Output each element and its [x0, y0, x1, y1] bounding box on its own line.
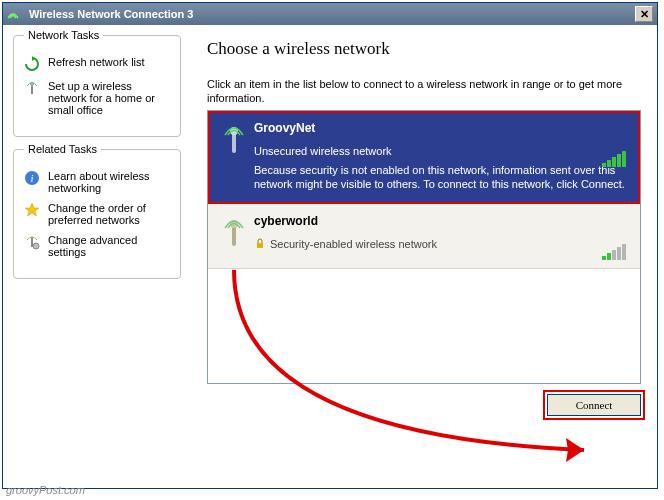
group-legend: Network Tasks: [24, 29, 103, 41]
network-desc: Because security is not enabled on this …: [254, 163, 628, 193]
network-list: GroovyNet Unsecured wireless network Bec…: [207, 110, 641, 384]
info-icon: i: [22, 170, 42, 186]
network-name: cyberworld: [254, 214, 628, 228]
task-label: Change the order of preferred networks: [48, 202, 172, 226]
network-type: Security-enabled wireless network: [254, 238, 628, 250]
task-label: Change advanced settings: [48, 234, 172, 258]
svg-rect-10: [257, 243, 263, 248]
svg-text:i: i: [30, 172, 33, 184]
signal-strength-icon: [602, 244, 626, 260]
task-change-order[interactable]: Change the order of preferred networks: [22, 202, 172, 226]
star-icon: [22, 202, 42, 218]
close-button[interactable]: ✕: [635, 6, 653, 22]
task-advanced[interactable]: Change advanced settings: [22, 234, 172, 258]
signal-strength-icon: [602, 151, 626, 167]
group-legend: Related Tasks: [24, 143, 101, 155]
svg-point-5: [33, 243, 39, 249]
refresh-icon: [22, 56, 42, 72]
watermark: groovyPost.com: [6, 484, 85, 496]
connect-button[interactable]: Connect: [547, 394, 641, 416]
antenna-icon: [220, 214, 254, 248]
wifi-icon: [7, 8, 23, 20]
settings-icon: [22, 234, 42, 250]
instruction-text: Click an item in the list below to conne…: [207, 77, 641, 106]
related-tasks-group: Related Tasks i Learn about wireless net…: [13, 149, 181, 279]
network-item-selected[interactable]: GroovyNet Unsecured wireless network Bec…: [208, 111, 640, 205]
window-body: Network Tasks Refresh network list Set u…: [3, 25, 657, 488]
network-tasks-group: Network Tasks Refresh network list Set u…: [13, 35, 181, 137]
page-heading: Choose a wireless network: [207, 39, 641, 59]
button-bar: Connect: [207, 384, 641, 416]
network-type: Unsecured wireless network: [254, 145, 628, 157]
task-setup-network[interactable]: Set up a wireless network for a home or …: [22, 80, 172, 116]
window-title: Wireless Network Connection 3: [29, 8, 635, 20]
titlebar: Wireless Network Connection 3 ✕: [3, 3, 657, 25]
task-label: Set up a wireless network for a home or …: [48, 80, 172, 116]
lock-icon: [254, 238, 266, 250]
antenna-icon: [22, 80, 42, 96]
network-item[interactable]: cyberworld Security-enabled wireless net…: [208, 204, 640, 269]
antenna-icon: [220, 121, 254, 155]
window: Wireless Network Connection 3 ✕ Network …: [2, 2, 658, 489]
task-label: Refresh network list: [48, 56, 145, 68]
sidebar: Network Tasks Refresh network list Set u…: [3, 25, 191, 488]
network-name: GroovyNet: [254, 121, 628, 135]
task-refresh[interactable]: Refresh network list: [22, 56, 172, 72]
task-learn[interactable]: i Learn about wireless networking: [22, 170, 172, 194]
task-label: Learn about wireless networking: [48, 170, 172, 194]
main-panel: Choose a wireless network Click an item …: [191, 25, 657, 488]
